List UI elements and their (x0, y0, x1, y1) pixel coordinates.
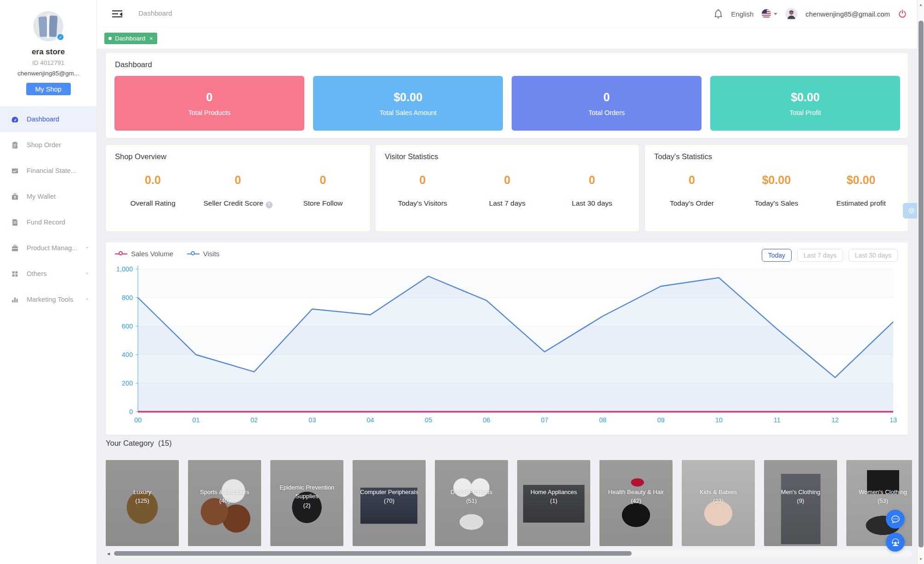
sidebar-item-others[interactable]: Others› (0, 261, 97, 287)
category-card-sports-outdoors[interactable]: Sports & Outdoors(40) (188, 460, 261, 546)
svg-text:800: 800 (122, 294, 133, 301)
summary-card-total-products: 0Total Products (114, 76, 304, 131)
category-card-computer-peripherals[interactable]: Computer Peripherals(70) (353, 460, 426, 546)
horizontal-scrollbar[interactable] (113, 550, 912, 557)
category-card-kids-babies[interactable]: Kids & Babies(23) (682, 460, 755, 546)
chevron-down-icon: › (84, 272, 91, 274)
range-button-last-7-days[interactable]: Last 7 days (797, 249, 843, 262)
category-card-row: Luxury(125)Sports & Outdoors(40)Epidemic… (106, 460, 912, 546)
logout-power-icon[interactable] (898, 9, 907, 18)
stat-label: Store Follow (280, 199, 365, 207)
horizontal-scrollbar-thumb[interactable] (114, 551, 632, 556)
customer-service-button[interactable] (886, 533, 905, 552)
svg-text:10: 10 (715, 416, 723, 424)
stat-today-s-visitors: 0Today's Visitors (380, 173, 465, 207)
sidebar-item-fund-record[interactable]: Fund Record (0, 209, 97, 235)
category-item-count: (23) (684, 496, 753, 506)
vertical-scrollbar[interactable]: ▲ ▼ (917, 0, 924, 564)
stat-last-7-days: 0Last 7 days (465, 173, 549, 207)
language-selector[interactable] (761, 9, 777, 19)
sales-visits-line-chart: 02004006008001,0000001020304050607080910… (106, 242, 908, 437)
svg-text:11: 11 (774, 416, 781, 424)
user-email[interactable]: chenwenjing85@gmail.com (805, 10, 890, 18)
sidebar-item-label: Dashboard (27, 115, 59, 123)
stat-value: 0 (280, 173, 365, 187)
summary-card-total-profit: $0.00Total Profit (710, 76, 900, 131)
sidebar-item-label: My Wallet (27, 193, 56, 200)
category-item-count: (40) (190, 496, 259, 506)
sidebar-item-dashboard[interactable]: Dashboard (0, 106, 97, 132)
category-card-text: Sports & Outdoors(40) (190, 487, 259, 505)
category-name: Epidemic Prevention Supplies (272, 483, 342, 501)
category-card-men-s-clothing[interactable]: Men's Clothing(9) (764, 460, 837, 546)
legend-item-visits[interactable]: Visits (187, 250, 220, 258)
summary-card-value: 0 (604, 91, 610, 104)
svg-text:200: 200 (122, 380, 133, 387)
chat-message-button[interactable] (886, 510, 905, 529)
sidebar-item-product-manag[interactable]: Product Manag...› (0, 235, 97, 261)
language-label[interactable]: English (731, 10, 753, 18)
sidebar-item-my-wallet[interactable]: My Wallet (0, 184, 97, 209)
chevron-down-icon: › (84, 247, 91, 248)
category-title: Your Category (15) (106, 439, 171, 448)
tab-close-icon[interactable]: × (149, 35, 153, 41)
others-grid-icon (11, 270, 19, 278)
svg-text:03: 03 (308, 416, 316, 424)
notifications-bell-icon[interactable] (713, 9, 723, 19)
tab-dashboard[interactable]: Dashboard × (104, 33, 157, 44)
range-button-last-30-days[interactable]: Last 30 days (849, 249, 898, 262)
stat-store-follow: 0Store Follow (280, 173, 365, 208)
summary-card-value: $0.00 (394, 91, 422, 104)
svg-text:1,000: 1,000 (116, 265, 133, 273)
category-card-text: Epidemic Prevention Supplies(2) (272, 483, 342, 510)
sidebar-item-marketing-tools[interactable]: Marketing Tools› (0, 287, 97, 312)
collapse-menu-icon[interactable] (112, 9, 122, 18)
scroll-up-arrow-icon[interactable]: ▲ (919, 3, 923, 7)
category-card-health-beauty-hair[interactable]: Health Beauty & Hair(42) (599, 460, 673, 546)
legend-marker (187, 253, 200, 254)
svg-text:13: 13 (890, 416, 897, 424)
vertical-scrollbar-thumb[interactable] (918, 21, 924, 547)
category-count: (15) (158, 439, 171, 447)
store-avatar[interactable]: ✓ (33, 11, 63, 41)
stat-today-s-sales: $0.00Today's Sales (734, 173, 819, 207)
chevron-down-icon (774, 13, 777, 15)
stat-label: Last 7 days (465, 199, 549, 207)
stat-label: Overall Rating (110, 199, 195, 207)
category-item-count: (70) (354, 496, 424, 506)
category-name: Men's Clothing (766, 487, 835, 496)
svg-text:600: 600 (122, 322, 133, 330)
category-card-digital-products[interactable]: Digital Products(51) (435, 460, 508, 546)
category-card-women-s-clothing[interactable]: Women's Clothing(53) (846, 460, 912, 546)
stat-estimated-profit: $0.00Estimated profit (819, 173, 903, 207)
stat-value: $0.00 (819, 173, 903, 187)
us-flag-icon (761, 9, 771, 19)
user-avatar[interactable] (785, 8, 798, 20)
my-shop-button[interactable]: My Shop (26, 83, 71, 95)
category-item-count: (1) (519, 496, 588, 506)
sidebar-item-label: Fund Record (27, 219, 65, 226)
legend-label: Sales Volume (131, 250, 173, 258)
financial-statement-icon (11, 167, 19, 175)
legend-label: Visits (203, 250, 220, 258)
category-card-text: Women's Clothing(53) (848, 487, 912, 505)
help-icon[interactable]: ? (266, 201, 273, 208)
store-id: ID 4012791 (0, 59, 97, 66)
svg-text:0: 0 (129, 408, 133, 415)
panel-title: Today's Statistics (654, 152, 712, 161)
scroll-left-arrow-icon[interactable]: ◄ (106, 551, 111, 556)
sidebar-menu: DashboardShop OrderFinancial State...My … (0, 106, 97, 312)
range-button-today[interactable]: Today (762, 249, 792, 262)
category-card-epidemic-prevention-supplies[interactable]: Epidemic Prevention Supplies(2) (270, 460, 343, 546)
scroll-down-arrow-icon[interactable]: ▼ (919, 557, 923, 561)
sidebar-item-label: Marketing Tools (27, 296, 73, 303)
stat-value: 0 (550, 173, 634, 187)
category-card-home-appliances[interactable]: Home Appliances(1) (517, 460, 590, 546)
sidebar-item-shop-order[interactable]: Shop Order (0, 132, 97, 158)
legend-item-sales-volume[interactable]: Sales Volume (115, 250, 173, 258)
category-card-luxury[interactable]: Luxury(125) (106, 460, 179, 546)
sidebar-item-financial-state[interactable]: Financial State... (0, 158, 97, 184)
stat-label: Last 30 days (550, 199, 634, 207)
stat-label: Seller Credit Score? (195, 199, 280, 208)
category-name: Digital Products (437, 487, 506, 496)
